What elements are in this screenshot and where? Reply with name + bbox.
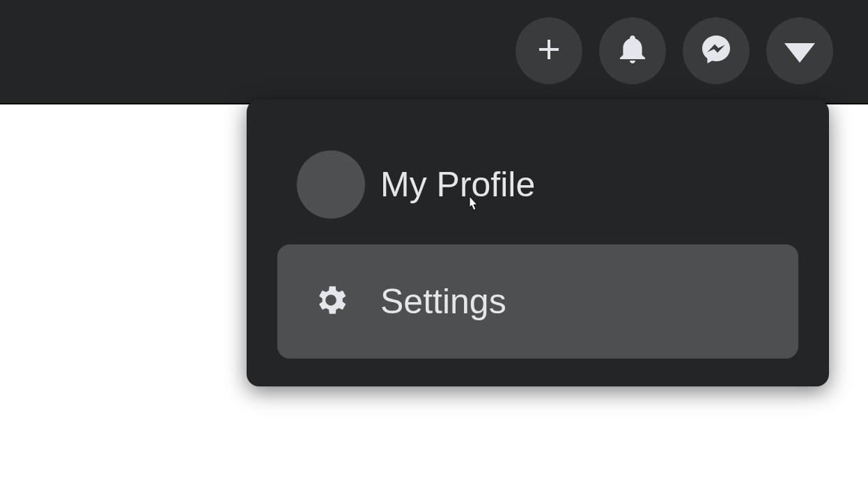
avatar — [297, 150, 365, 219]
caret-down-icon — [784, 43, 815, 63]
account-dropdown-button[interactable] — [766, 17, 833, 84]
settings-menu-item[interactable]: Settings — [277, 244, 798, 359]
messenger-icon — [699, 33, 733, 69]
profile-menu-item[interactable]: My Profile — [277, 127, 798, 242]
notifications-button[interactable] — [599, 17, 666, 84]
settings-icon-wrapper — [304, 274, 358, 329]
top-navigation-bar — [0, 0, 868, 104]
account-dropdown-menu: My Profile Settings — [247, 100, 829, 386]
messenger-button[interactable] — [683, 17, 750, 84]
settings-label: Settings — [380, 281, 506, 322]
nav-button-group — [516, 17, 833, 84]
plus-icon — [532, 33, 566, 69]
bell-icon — [616, 33, 649, 69]
profile-label: My Profile — [380, 164, 535, 205]
gear-icon — [312, 281, 350, 322]
create-button[interactable] — [516, 17, 582, 84]
